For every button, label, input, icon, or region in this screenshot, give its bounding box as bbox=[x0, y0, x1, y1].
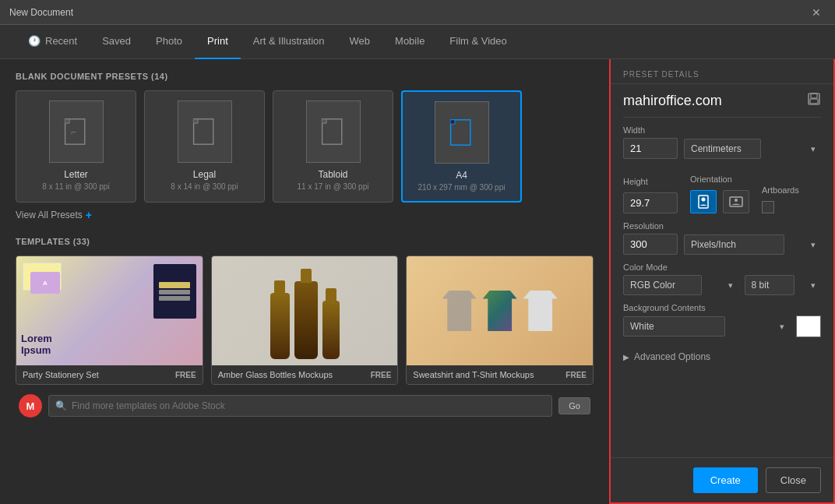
unit-select-wrap: Centimeters Pixels Inches Millimeters Po… bbox=[684, 139, 821, 159]
templates-grid: A LoremIpsum Party Stationery Set bbox=[16, 256, 594, 385]
tab-saved[interactable]: Saved bbox=[90, 25, 143, 59]
template-info-bottles: Amber Glass Bottles Mockups FREE bbox=[212, 365, 398, 384]
color-mode-label: Color Mode bbox=[623, 263, 821, 272]
tab-art-illustration[interactable]: Art & Illustration bbox=[241, 25, 337, 59]
preset-size-letter: 8 x 11 in @ 300 ppi bbox=[42, 182, 109, 191]
template-card-party[interactable]: A LoremIpsum Party Stationery Set bbox=[16, 256, 203, 385]
bit-depth-select-wrap: 8 bit 16 bit 32 bit bbox=[745, 275, 821, 295]
preset-details-header: PRESET DETAILS bbox=[611, 59, 833, 84]
unit-select[interactable]: Centimeters Pixels Inches Millimeters Po… bbox=[684, 139, 761, 159]
new-document-dialog: 🕐 Recent Saved Photo Print Art & Illustr… bbox=[0, 25, 835, 504]
tab-print[interactable]: Print bbox=[195, 25, 241, 59]
background-color-swatch[interactable] bbox=[796, 315, 821, 337]
advanced-options-label: Advanced Options bbox=[634, 351, 710, 362]
preset-card-legal[interactable]: Legal 8 x 14 in @ 300 ppi bbox=[144, 90, 265, 203]
background-select[interactable]: White Black Background Color Transparent… bbox=[623, 316, 725, 337]
search-icon: 🔍 bbox=[55, 400, 67, 411]
height-orientation-row: Height Orientation bbox=[623, 167, 821, 213]
height-label: Height bbox=[623, 177, 678, 186]
svg-text:⌐: ⌐ bbox=[70, 127, 76, 138]
search-go-button[interactable]: Go bbox=[558, 397, 590, 414]
height-input[interactable] bbox=[623, 192, 678, 213]
search-bar: M 🔍 Go bbox=[16, 394, 594, 418]
color-mode-select[interactable]: RGB Color CMYK Color Lab Color Grayscale… bbox=[623, 275, 702, 295]
left-panel: BLANK DOCUMENT PRESETS (14) ⌐ Letter 8 x… bbox=[0, 59, 609, 504]
preset-size-tabloid: 11 x 17 in @ 300 ppi bbox=[298, 182, 369, 191]
tab-bar: 🕐 Recent Saved Photo Print Art & Illustr… bbox=[0, 25, 835, 59]
template-badge-party: FREE bbox=[175, 371, 196, 379]
svg-point-11 bbox=[735, 199, 738, 202]
preset-card-tabloid[interactable]: Tabloid 11 x 17 in @ 300 ppi bbox=[273, 90, 393, 203]
width-row: Centimeters Pixels Inches Millimeters Po… bbox=[623, 138, 821, 159]
template-info-party: Party Stationery Set FREE bbox=[16, 365, 203, 384]
preset-size-legal: 8 x 14 in @ 300 ppi bbox=[171, 182, 238, 191]
form-section: Width Centimeters Pixels Inches Millimet… bbox=[611, 118, 833, 344]
background-row: White Black Background Color Transparent… bbox=[623, 315, 821, 337]
template-card-bottles[interactable]: Amber Glass Bottles Mockups FREE bbox=[211, 256, 399, 385]
width-input[interactable] bbox=[623, 138, 678, 159]
close-button[interactable]: Close bbox=[766, 467, 821, 493]
content-area: BLANK DOCUMENT PRESETS (14) ⌐ Letter 8 x… bbox=[0, 59, 835, 504]
preset-icon-a4 bbox=[435, 101, 489, 164]
artboards-col: Artboards bbox=[762, 178, 799, 213]
preset-icon-legal bbox=[178, 100, 232, 163]
bottom-bar: Create Close bbox=[611, 457, 833, 502]
template-name-bottles: Amber Glass Bottles Mockups bbox=[218, 370, 333, 379]
preset-title: mahiroffice.com bbox=[623, 93, 722, 109]
search-input-wrap[interactable]: 🔍 bbox=[48, 395, 552, 417]
template-badge-shirts: FREE bbox=[565, 371, 587, 379]
close-window-button[interactable]: ✕ bbox=[807, 5, 826, 20]
preset-card-letter[interactable]: ⌐ Letter 8 x 11 in @ 300 ppi bbox=[16, 90, 136, 203]
view-all-plus-icon: + bbox=[86, 209, 92, 221]
preset-name-letter: Letter bbox=[64, 169, 88, 180]
preset-icon-letter: ⌐ bbox=[49, 100, 104, 163]
template-thumb-bottles bbox=[212, 256, 398, 365]
resolution-input[interactable] bbox=[623, 234, 678, 255]
preset-name-legal: Legal bbox=[193, 169, 216, 180]
template-name-shirts: Sweatshirt and T-Shirt Mockups bbox=[413, 370, 534, 379]
save-preset-icon[interactable] bbox=[807, 92, 821, 109]
orientation-label: Orientation bbox=[690, 174, 749, 184]
resolution-row: Pixels/Inch Pixels/Centimeter bbox=[623, 234, 821, 255]
svg-rect-8 bbox=[699, 196, 708, 208]
orientation-landscape-button[interactable] bbox=[723, 190, 749, 213]
create-button[interactable]: Create bbox=[693, 467, 758, 493]
tab-film-video[interactable]: Film & Video bbox=[437, 25, 519, 59]
titlebar-title: New Document bbox=[9, 7, 73, 18]
resolution-unit-select-wrap: Pixels/Inch Pixels/Centimeter bbox=[684, 234, 821, 255]
chevron-right-icon: ▶ bbox=[623, 353, 629, 361]
svg-rect-6 bbox=[811, 93, 817, 98]
tab-photo[interactable]: Photo bbox=[143, 25, 195, 59]
search-input[interactable] bbox=[72, 400, 545, 411]
orientation-row bbox=[690, 190, 749, 213]
background-select-wrap: White Black Background Color Transparent… bbox=[623, 316, 790, 337]
artboards-label: Artboards bbox=[762, 185, 799, 195]
bit-depth-select[interactable]: 8 bit 16 bit 32 bit bbox=[745, 275, 794, 295]
view-all-presets-link[interactable]: View All Presets + bbox=[16, 209, 594, 221]
orientation-col: Orientation bbox=[690, 167, 749, 213]
preset-grid: ⌐ Letter 8 x 11 in @ 300 ppi Legal bbox=[16, 90, 594, 203]
template-badge-bottles: FREE bbox=[371, 371, 392, 379]
preset-size-a4: 210 x 297 mm @ 300 ppi bbox=[418, 183, 506, 192]
advanced-options-toggle[interactable]: ▶ Advanced Options bbox=[611, 344, 833, 370]
resolution-unit-select[interactable]: Pixels/Inch Pixels/Centimeter bbox=[684, 234, 784, 255]
orientation-portrait-button[interactable] bbox=[690, 190, 717, 213]
template-thumb-party: A LoremIpsum bbox=[16, 256, 203, 365]
color-mode-select-wrap: RGB Color CMYK Color Lab Color Grayscale… bbox=[623, 275, 738, 295]
svg-point-9 bbox=[702, 198, 706, 202]
artboards-checkbox[interactable] bbox=[762, 201, 774, 213]
preset-card-a4[interactable]: A4 210 x 297 mm @ 300 ppi bbox=[401, 90, 522, 203]
height-col: Height bbox=[623, 169, 678, 213]
tab-mobile[interactable]: Mobile bbox=[382, 25, 437, 59]
adobe-logo: M bbox=[19, 394, 42, 418]
right-panel: PRESET DETAILS mahiroffice.com Width bbox=[609, 59, 835, 504]
tab-recent[interactable]: 🕐 Recent bbox=[16, 25, 90, 59]
svg-rect-7 bbox=[810, 99, 818, 104]
tab-web[interactable]: Web bbox=[337, 25, 383, 59]
template-card-shirts[interactable]: Sweatshirt and T-Shirt Mockups FREE bbox=[406, 256, 594, 385]
preset-icon-tabloid bbox=[306, 100, 361, 163]
template-name-party: Party Stationery Set bbox=[23, 370, 99, 379]
preset-name-a4: A4 bbox=[456, 170, 467, 181]
template-thumb-shirts bbox=[407, 256, 593, 365]
width-label: Width bbox=[623, 125, 821, 135]
